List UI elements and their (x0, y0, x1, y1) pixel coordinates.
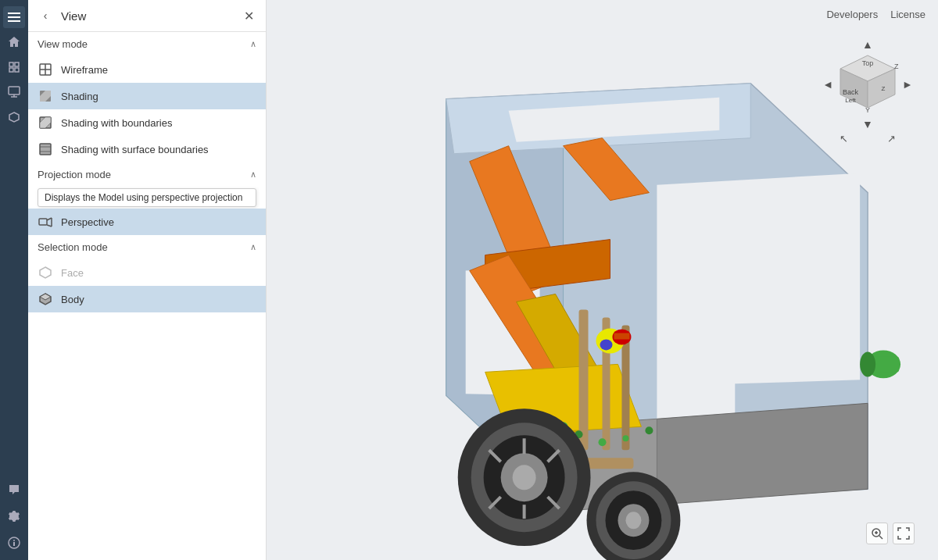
zoom-fit-button[interactable] (866, 523, 888, 544)
view-mode-shading-boundaries[interactable]: Shading with boundaries (28, 109, 266, 136)
view-panel: ‹ View ✕ View mode ∧ Wireframe (28, 0, 267, 560)
viewport[interactable]: Developers License (267, 0, 938, 560)
svg-marker-23 (40, 267, 51, 278)
svg-rect-4 (15, 62, 19, 66)
nav-right-arrow[interactable]: ► (902, 78, 913, 91)
fullscreen-button[interactable] (893, 523, 915, 544)
svg-point-51 (599, 438, 607, 446)
projection-tooltip: Displays the Model using perspective pro… (38, 188, 256, 207)
svg-text:Back: Back (843, 88, 859, 96)
developers-link[interactable]: Developers (826, 9, 878, 20)
shading-surface-label: Shading with surface boundaries (61, 144, 209, 155)
sidebar-layers-icon[interactable] (3, 56, 25, 78)
svg-rect-1 (8, 16, 20, 18)
svg-rect-5 (9, 68, 13, 72)
svg-text:Y: Y (865, 106, 870, 114)
face-icon (38, 265, 53, 280)
section-chevron-view-mode: ∧ (250, 39, 256, 49)
sidebar-chat-icon[interactable] (3, 479, 25, 501)
panel-close-button[interactable]: ✕ (239, 6, 258, 25)
section-header-view-mode[interactable]: View mode ∧ (28, 32, 266, 56)
svg-point-56 (600, 339, 613, 350)
section-header-projection[interactable]: Projection mode ∧ (28, 162, 266, 187)
svg-line-21 (47, 225, 52, 226)
svg-rect-7 (9, 87, 20, 95)
svg-rect-57 (614, 333, 629, 339)
view-mode-shading-surface[interactable]: Shading with surface boundaries (28, 136, 266, 162)
nav-left-arrow[interactable]: ◄ (822, 78, 833, 91)
svg-point-52 (622, 435, 628, 441)
sidebar-parts-icon[interactable] (3, 106, 25, 128)
nav-upright-arrow[interactable]: ↗ (887, 133, 896, 144)
svg-point-10 (13, 540, 15, 541)
view-mode-wireframe[interactable]: Wireframe (28, 56, 266, 83)
svg-point-73 (625, 512, 641, 529)
section-chevron-selection: ∧ (250, 242, 256, 252)
panel-back-button[interactable]: ‹ (36, 6, 55, 25)
svg-text:Z: Z (882, 85, 886, 92)
panel-title: View (61, 9, 233, 23)
nav-cube-container: ▲ ◄ Top Back Left Z Z Y (821, 39, 915, 144)
body-icon (38, 291, 53, 307)
svg-point-62 (513, 465, 536, 490)
svg-text:Top: Top (862, 59, 874, 67)
section-chevron-projection: ∧ (250, 169, 256, 180)
projection-perspective[interactable]: Perspective (28, 209, 266, 235)
wireframe-icon (38, 62, 53, 77)
svg-rect-16 (40, 144, 51, 155)
svg-rect-19 (39, 219, 47, 225)
svg-marker-33 (657, 403, 868, 505)
shading-boundaries-label: Shading with boundaries (61, 117, 172, 129)
section-title-projection: Projection mode (38, 169, 111, 180)
sidebar-objects-icon[interactable] (3, 81, 25, 103)
sidebar-info-icon[interactable] (3, 532, 25, 554)
shading-boundaries-icon (38, 115, 53, 130)
nav-cube[interactable]: Top Back Left Z Z Y (836, 52, 899, 117)
panel-content: View mode ∧ Wireframe Shading (28, 32, 266, 560)
nav-upleft-arrow[interactable]: ↖ (840, 133, 848, 144)
shading-surface-icon (38, 141, 53, 157)
wireframe-label: Wireframe (61, 64, 108, 76)
svg-rect-0 (8, 12, 20, 14)
svg-rect-3 (9, 62, 13, 66)
nav-controls (866, 523, 915, 544)
svg-text:Z: Z (894, 62, 899, 70)
svg-rect-9 (13, 542, 15, 546)
shading-icon (38, 88, 53, 104)
svg-line-20 (47, 218, 52, 220)
section-title-view-mode: View mode (38, 38, 88, 50)
sidebar-settings-icon[interactable] (3, 505, 25, 527)
sidebar-home-icon[interactable] (3, 31, 25, 53)
selection-body[interactable]: Body (28, 286, 266, 312)
selection-face[interactable]: Face (28, 259, 266, 286)
svg-rect-6 (15, 68, 19, 72)
perspective-label: Perspective (61, 216, 114, 228)
section-title-selection: Selection mode (38, 241, 108, 253)
sidebar (0, 0, 28, 560)
panel-header: ‹ View ✕ (28, 0, 266, 32)
svg-line-84 (879, 536, 883, 539)
license-link[interactable]: License (890, 9, 925, 20)
svg-point-48 (860, 351, 875, 376)
svg-point-53 (645, 426, 653, 434)
nav-down-arrow[interactable]: ▼ (862, 119, 873, 130)
nav-up-arrow[interactable]: ▲ (862, 39, 873, 50)
svg-text:Left: Left (845, 97, 856, 104)
perspective-icon (38, 214, 53, 230)
body-label: Body (61, 294, 84, 305)
section-header-selection[interactable]: Selection mode ∧ (28, 235, 266, 259)
view-mode-shading[interactable]: Shading (28, 83, 266, 109)
sidebar-menu-icon[interactable] (3, 6, 25, 28)
face-label: Face (61, 267, 84, 279)
top-bar: Developers License (267, 0, 938, 28)
svg-rect-42 (579, 309, 589, 450)
shading-label: Shading (61, 91, 98, 102)
svg-rect-2 (8, 20, 20, 22)
